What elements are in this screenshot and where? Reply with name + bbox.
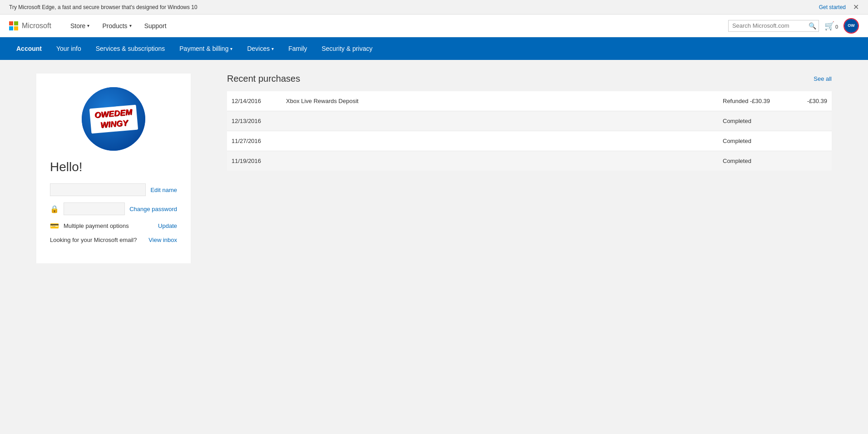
account-nav-your-info[interactable]: Your info: [49, 37, 89, 60]
purchase-date: 12/14/2016: [227, 91, 281, 111]
purchase-amount: [786, 131, 832, 151]
purchase-amount: -£30.39: [786, 91, 832, 111]
products-arrow-icon: ▾: [129, 23, 132, 28]
lock-icon: 🔒: [50, 205, 59, 213]
table-row: 12/13/2016Completed: [227, 111, 832, 131]
search-input[interactable]: [732, 22, 809, 29]
user-avatar[interactable]: OW: [843, 18, 859, 34]
edit-name-link[interactable]: Edit name: [150, 187, 177, 193]
get-started-link[interactable]: Get started: [819, 4, 846, 10]
cart-count: 0: [835, 24, 838, 30]
purchase-status: Completed: [718, 131, 786, 151]
payment-icon: 💳: [50, 222, 59, 230]
name-field[interactable]: [50, 183, 146, 196]
table-row: 12/14/2016Xbox Live Rewards DepositRefun…: [227, 91, 832, 111]
right-panel: Recent purchases See all 12/14/2016Xbox …: [227, 74, 832, 412]
purchase-description: Xbox Live Rewards Deposit: [281, 91, 718, 111]
email-row: Looking for your Microsoft email? View i…: [50, 237, 177, 243]
payment-row: 💳 Multiple payment options Update: [50, 222, 177, 230]
account-nav: Account Your info Services & subscriptio…: [0, 37, 868, 60]
purchase-status: Completed: [718, 151, 786, 171]
microsoft-logo[interactable]: Microsoft: [9, 21, 51, 30]
avatar-initials: OW: [844, 19, 858, 33]
nav-support[interactable]: Support: [139, 15, 172, 37]
profile-avatar-large: OWEDEM WINGY: [82, 87, 145, 151]
password-field[interactable]: [64, 202, 125, 215]
table-row: 11/19/2016Completed: [227, 151, 832, 171]
view-inbox-link[interactable]: View inbox: [148, 237, 177, 243]
purchase-date: 12/13/2016: [227, 111, 281, 131]
purchase-status: Completed: [718, 111, 786, 131]
account-nav-family[interactable]: Family: [281, 37, 314, 60]
purchases-title: Recent purchases: [227, 74, 300, 84]
purchase-date: 11/27/2016: [227, 131, 281, 151]
payment-arrow-icon: ▾: [230, 46, 232, 51]
account-nav-payment[interactable]: Payment & billing ▾: [172, 37, 240, 60]
payment-label: Multiple payment options: [64, 222, 153, 229]
see-all-link[interactable]: See all: [814, 75, 832, 82]
purchases-table: 12/14/2016Xbox Live Rewards DepositRefun…: [227, 91, 832, 171]
update-payment-link[interactable]: Update: [158, 222, 177, 229]
close-notification-button[interactable]: ✕: [853, 3, 859, 11]
ms-grid-icon: [9, 21, 18, 30]
account-nav-account[interactable]: Account: [9, 37, 49, 60]
purchase-description: [281, 131, 718, 151]
purchase-amount: [786, 111, 832, 131]
cart-button[interactable]: 🛒0: [824, 21, 838, 31]
account-nav-security[interactable]: Security & privacy: [314, 37, 380, 60]
main-content: OWEDEM WINGY Hello! Edit name 🔒 Change p…: [0, 60, 868, 426]
search-area: 🔍 🛒0 OW: [728, 18, 859, 34]
hello-text: Hello!: [50, 160, 177, 174]
email-label: Looking for your Microsoft email?: [50, 237, 144, 243]
password-row: 🔒 Change password: [50, 202, 177, 215]
account-nav-services[interactable]: Services & subscriptions: [89, 37, 173, 60]
store-arrow-icon: ▾: [87, 23, 89, 28]
top-nav: Microsoft Store ▾ Products ▾ Support 🔍 🛒…: [0, 15, 868, 37]
table-row: 11/27/2016Completed: [227, 131, 832, 151]
notification-message: Try Microsoft Edge, a fast and secure br…: [9, 4, 197, 10]
purchases-header: Recent purchases See all: [227, 74, 832, 84]
search-box[interactable]: 🔍: [728, 20, 819, 32]
purchase-date: 11/19/2016: [227, 151, 281, 171]
change-password-link[interactable]: Change password: [129, 206, 177, 212]
purchase-description: [281, 111, 718, 131]
notification-bar: Try Microsoft Edge, a fast and secure br…: [0, 0, 868, 15]
nav-products[interactable]: Products ▾: [97, 15, 137, 37]
profile-card: OWEDEM WINGY Hello! Edit name 🔒 Change p…: [36, 74, 191, 263]
purchase-description: [281, 151, 718, 171]
name-row: Edit name: [50, 183, 177, 196]
brand-name: Microsoft: [22, 22, 51, 30]
devices-arrow-icon: ▾: [271, 46, 274, 51]
left-panel: OWEDEM WINGY Hello! Edit name 🔒 Change p…: [36, 74, 191, 412]
nav-links: Store ▾ Products ▾ Support: [65, 15, 728, 37]
account-nav-devices[interactable]: Devices ▾: [240, 37, 281, 60]
search-icon: 🔍: [809, 22, 816, 30]
purchase-status: Refunded -£30.39: [718, 91, 786, 111]
purchase-amount: [786, 151, 832, 171]
nav-store[interactable]: Store ▾: [65, 15, 95, 37]
